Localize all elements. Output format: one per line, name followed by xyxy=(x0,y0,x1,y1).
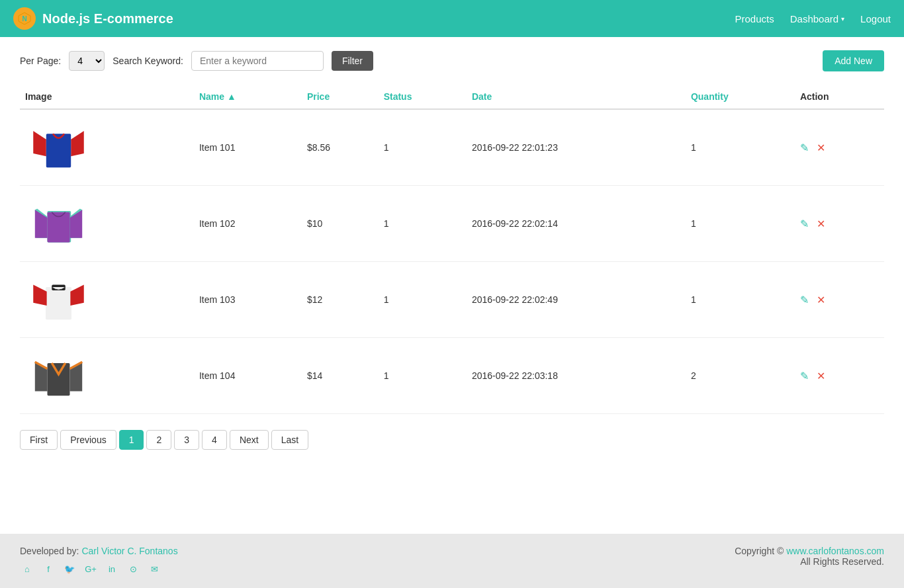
pagination-first[interactable]: First xyxy=(20,430,58,450)
pagination-page-2[interactable]: 2 xyxy=(146,430,171,450)
delete-button-0[interactable]: ✕ xyxy=(817,142,825,153)
cell-name-2: Item 103 xyxy=(194,262,302,338)
pagination-page-4[interactable]: 4 xyxy=(202,430,227,450)
pagination-prev[interactable]: Previous xyxy=(60,430,116,450)
per-page-label: Per Page: xyxy=(20,56,61,66)
pagination-last[interactable]: Last xyxy=(271,430,308,450)
copyright-label: Copyright © xyxy=(735,546,786,556)
col-date[interactable]: Date xyxy=(467,85,686,109)
cell-status-1: 1 xyxy=(379,186,467,262)
cell-status-2: 1 xyxy=(379,262,467,338)
footer-facebook-icon[interactable]: f xyxy=(41,562,56,576)
pagination-page-3[interactable]: 3 xyxy=(174,430,199,450)
cell-date-2: 2016-09-22 22:02:49 xyxy=(467,262,686,338)
filter-button[interactable]: Filter xyxy=(332,51,373,71)
footer-email-icon[interactable]: ✉ xyxy=(147,562,161,576)
all-rights-reserved: All Rights Reserved. xyxy=(735,556,884,567)
svg-marker-10 xyxy=(69,210,82,238)
svg-marker-3 xyxy=(71,131,84,156)
cell-quantity-0: 1 xyxy=(686,109,795,186)
nav-dashboard-label: Dashboard xyxy=(790,13,838,24)
col-status-sort[interactable]: Status xyxy=(384,91,412,102)
product-image-2 xyxy=(25,270,91,329)
product-image-1 xyxy=(25,194,91,253)
footer-googleplus-icon[interactable]: G+ xyxy=(83,562,98,576)
cell-name-3: Item 104 xyxy=(194,338,302,414)
col-name-sort[interactable]: Name ▲ xyxy=(199,91,236,102)
product-image-3 xyxy=(25,346,91,405)
cell-action-2: ✎ ✕ xyxy=(795,262,884,338)
delete-button-2[interactable]: ✕ xyxy=(817,294,825,306)
nav-products[interactable]: Products xyxy=(735,13,774,24)
delete-button-3[interactable]: ✕ xyxy=(817,370,825,382)
edit-button-1[interactable]: ✎ xyxy=(800,218,809,230)
developed-by-label: Developed by: xyxy=(20,546,81,556)
footer-linkedin-icon[interactable]: in xyxy=(105,562,119,576)
nav-dashboard-dropdown[interactable]: Dashboard ▾ xyxy=(790,13,844,24)
pagination-next[interactable]: Next xyxy=(230,430,269,450)
cell-status-0: 1 xyxy=(379,109,467,186)
navbar-brand: N Node.js E-commerce xyxy=(13,7,173,30)
developer-link[interactable]: Carl Victor C. Fontanos xyxy=(81,546,177,556)
footer-left: Developed by: Carl Victor C. Fontanos ⌂ … xyxy=(20,546,178,576)
svg-rect-16 xyxy=(47,362,69,395)
cell-name-0: Item 101 xyxy=(194,109,302,186)
footer-home-icon[interactable]: ⌂ xyxy=(20,562,34,576)
footer: Developed by: Carl Victor C. Fontanos ⌂ … xyxy=(0,534,904,588)
col-status[interactable]: Status xyxy=(379,85,467,109)
col-quantity[interactable]: Quantity xyxy=(686,85,795,109)
pagination: First Previous 1 2 3 4 Next Last xyxy=(20,430,884,450)
cell-date-1: 2016-09-22 22:02:14 xyxy=(467,186,686,262)
footer-right: Copyright © www.carlofontanos.com All Ri… xyxy=(735,546,884,567)
per-page-select[interactable]: 4 8 12 16 xyxy=(69,51,105,71)
footer-twitter-icon[interactable]: 🐦 xyxy=(62,562,77,576)
cell-image-0 xyxy=(20,109,194,186)
svg-marker-13 xyxy=(70,284,83,305)
table-row: Item 104 $14 1 2016-09-22 22:03:18 2 ✎ ✕ xyxy=(20,338,884,414)
svg-marker-12 xyxy=(33,284,46,305)
cell-quantity-1: 1 xyxy=(686,186,795,262)
svg-marker-8 xyxy=(34,210,47,238)
col-price[interactable]: Price xyxy=(302,85,379,109)
search-keyword-label: Search Keyword: xyxy=(113,56,183,66)
search-input[interactable] xyxy=(191,51,324,71)
pagination-page-1[interactable]: 1 xyxy=(119,430,144,450)
footer-github-icon[interactable]: ⊙ xyxy=(126,562,140,576)
table-header-row: Image Name ▲ Price Status Date Quantity … xyxy=(20,85,884,109)
delete-button-1[interactable]: ✕ xyxy=(817,218,825,230)
nav-logout[interactable]: Logout xyxy=(860,13,891,24)
col-date-sort[interactable]: Date xyxy=(472,91,492,102)
edit-button-0[interactable]: ✎ xyxy=(800,142,809,153)
cell-image-2 xyxy=(20,262,194,338)
cell-image-1 xyxy=(20,186,194,262)
navbar-right: Products Dashboard ▾ Logout xyxy=(735,13,891,24)
edit-button-2[interactable]: ✎ xyxy=(800,294,809,306)
cell-price-1: $10 xyxy=(302,186,379,262)
table-row: Item 101 $8.56 1 2016-09-22 22:01:23 1 ✎… xyxy=(20,109,884,186)
col-price-sort[interactable]: Price xyxy=(307,91,330,102)
col-image: Image xyxy=(20,85,194,109)
cell-date-3: 2016-09-22 22:03:18 xyxy=(467,338,686,414)
col-name[interactable]: Name ▲ xyxy=(194,85,302,109)
dashboard-caret-icon: ▾ xyxy=(841,15,844,22)
footer-social-icons: ⌂ f 🐦 G+ in ⊙ ✉ xyxy=(20,562,178,576)
col-quantity-sort[interactable]: Quantity xyxy=(691,91,729,102)
cell-quantity-2: 1 xyxy=(686,262,795,338)
table-row: Item 102 $10 1 2016-09-22 22:02:14 1 ✎ ✕ xyxy=(20,186,884,262)
svg-text:N: N xyxy=(22,15,26,22)
app-title: Node.js E-commerce xyxy=(42,11,173,26)
main-content: Per Page: 4 8 12 16 Search Keyword: Filt… xyxy=(0,37,904,534)
cell-quantity-3: 2 xyxy=(686,338,795,414)
navbar-logo-icon: N xyxy=(13,7,36,30)
cell-status-3: 1 xyxy=(379,338,467,414)
product-image-0 xyxy=(25,118,91,177)
copyright-site-link[interactable]: www.carlofontanos.com xyxy=(786,546,884,556)
add-new-button[interactable]: Add New xyxy=(823,50,884,71)
cell-name-1: Item 102 xyxy=(194,186,302,262)
col-action: Action xyxy=(795,85,884,109)
svg-rect-11 xyxy=(45,286,71,319)
cell-image-3 xyxy=(20,338,194,414)
sort-arrow-icon: ▲ xyxy=(227,91,236,102)
navbar: N Node.js E-commerce Products Dashboard … xyxy=(0,0,904,37)
edit-button-3[interactable]: ✎ xyxy=(800,370,809,382)
